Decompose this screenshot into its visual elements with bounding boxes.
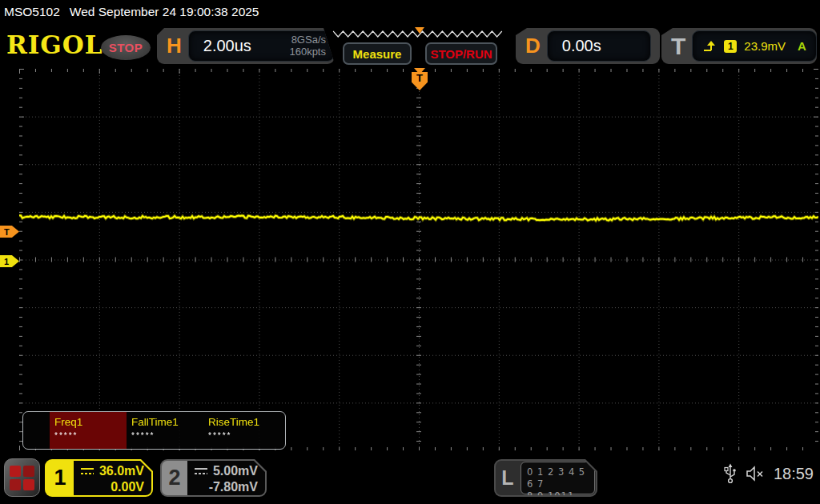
- logic-channel-list: 0 1 2 3 4 5 6 7 8 9 1011 12131415: [521, 462, 595, 494]
- measurement-item-risetime1[interactable]: RiseTime1 *****: [203, 412, 280, 449]
- header-bar: RIGOL STOP H 2.00us 8GSa/s 160kpts Measu…: [0, 24, 820, 68]
- measurement-item-freq1[interactable]: Freq1 *****: [50, 412, 127, 449]
- channel2-offset: -7.80mV: [193, 479, 258, 495]
- logic-channels-row2: 8 9 1011 12131415: [527, 490, 594, 504]
- measurement-value: *****: [131, 431, 203, 440]
- preview-trigger-marker-icon[interactable]: [415, 27, 424, 34]
- stop-run-button[interactable]: STOP/RUN: [425, 42, 497, 65]
- channel2-badge[interactable]: 2 5.00mV -7.80mV: [160, 459, 267, 497]
- measurement-name: RiseTime1: [208, 416, 280, 428]
- delay-badge[interactable]: D 0.00s: [516, 28, 660, 64]
- rising-edge-trigger-icon: [702, 40, 717, 53]
- measure-button[interactable]: Measure: [343, 42, 412, 65]
- function-menu-button[interactable]: [4, 458, 40, 497]
- horizontal-settings-badge[interactable]: H 2.00us 8GSa/s 160kpts: [157, 28, 335, 64]
- logic-analyzer-badge[interactable]: L 0 1 2 3 4 5 6 7 8 9 1011 12131415: [494, 459, 597, 497]
- measurement-results-panel: Freq1 ***** FallTime1 ***** RiseTime1 **…: [22, 411, 286, 450]
- status-bar: MSO5102 Wed September 24 19:00:38 2025: [0, 0, 820, 24]
- delay-label: D: [525, 34, 541, 58]
- channel1-number[interactable]: 1: [46, 461, 74, 495]
- timebase-value[interactable]: 2.00us: [203, 37, 290, 55]
- trigger-source-chip[interactable]: 1: [724, 40, 737, 53]
- logic-label: L: [496, 461, 520, 495]
- channel2-number[interactable]: 2: [162, 461, 187, 495]
- display-area: T T 1 Freq1 ***** FallTime1 ***** RiseTi…: [0, 68, 820, 452]
- channel1-scale: 36.0mV: [99, 463, 144, 479]
- measurement-value: *****: [54, 431, 127, 440]
- measurement-name: Freq1: [54, 416, 127, 428]
- delay-value[interactable]: 0.00s: [562, 37, 650, 55]
- trigger-level-marker[interactable]: T: [0, 226, 19, 238]
- sample-rate: 8GSa/s: [289, 34, 326, 46]
- measurement-name: FallTime1: [131, 416, 203, 428]
- system-clock: 18:59: [774, 465, 814, 483]
- speaker-muted-icon[interactable]: [745, 465, 766, 482]
- datetime: Wed September 24 19:00:38 2025: [70, 5, 259, 19]
- measurement-value: *****: [208, 431, 280, 440]
- dc-coupling-icon: [193, 466, 209, 476]
- logic-channels-row1: 0 1 2 3 4 5 6 7: [527, 466, 594, 490]
- measurement-item-falltime1[interactable]: FallTime1 *****: [127, 412, 203, 449]
- rigol-logo: RIGOL: [6, 30, 103, 59]
- channel1-offset-marker[interactable]: 1: [0, 255, 19, 267]
- trigger-badge[interactable]: T 1 23.9mV A: [661, 28, 817, 64]
- memory-depth: 160kpts: [289, 46, 326, 58]
- bottom-bar: 1 36.0mV 0.00V 2: [0, 452, 820, 504]
- graticule-waveform-canvas: [19, 69, 818, 450]
- channel1-badge[interactable]: 1 36.0mV 0.00V: [45, 459, 153, 497]
- trigger-sweep-mode: A: [798, 39, 806, 53]
- channel2-scale: 5.00mV: [213, 463, 258, 479]
- trigger-level-value[interactable]: 23.9mV: [744, 39, 786, 53]
- acquisition-state-badge: STOP: [101, 35, 151, 60]
- waveform-preview-strip[interactable]: [328, 25, 511, 42]
- model-name: MSO5102: [4, 5, 60, 19]
- channel1-offset: 0.00V: [79, 479, 144, 495]
- usb-icon: [724, 463, 737, 484]
- trigger-label: T: [671, 33, 685, 60]
- sample-rate-memdepth: 8GSa/s 160kpts: [289, 34, 326, 58]
- dc-coupling-icon: [79, 466, 95, 476]
- horizontal-label: H: [167, 34, 182, 58]
